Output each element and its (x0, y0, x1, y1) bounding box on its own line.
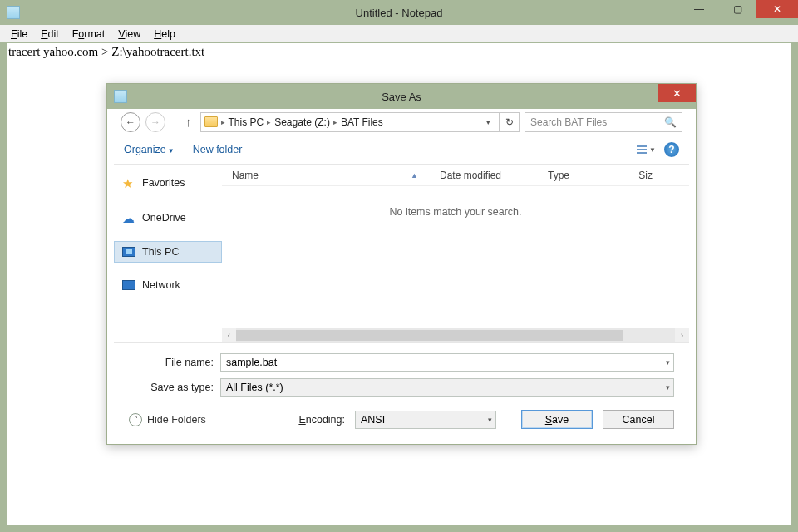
folder-icon (204, 116, 218, 127)
scroll-left-button[interactable]: ‹ (222, 328, 236, 342)
chevron-down-icon[interactable]: ▾ (488, 416, 492, 424)
menu-format[interactable]: Format (66, 27, 111, 41)
menubar: File Edit Format View Help (0, 25, 798, 42)
search-placeholder: Search BAT Files (530, 116, 607, 128)
notepad-window: Untitled - Notepad — ▢ ✕ File Edit Forma… (0, 0, 798, 532)
encoding-label: Encoding: (298, 414, 345, 426)
network-icon (122, 280, 135, 290)
col-name[interactable]: Name ▲ (222, 170, 430, 181)
horizontal-scrollbar[interactable]: ‹ › (222, 328, 689, 342)
filename-input[interactable]: sample.bat ▾ (220, 353, 674, 372)
chevron-down-icon[interactable]: ▾ (666, 358, 670, 367)
refresh-button[interactable]: ↻ (499, 112, 519, 132)
menu-help[interactable]: Help (148, 27, 181, 41)
back-button[interactable]: ← (121, 112, 140, 132)
scroll-thumb[interactable] (236, 330, 623, 341)
organize-button[interactable]: Organize▼ (124, 144, 175, 155)
filename-row: File name: sample.bat ▾ (114, 343, 689, 375)
sort-asc-icon: ▲ (411, 171, 418, 180)
breadcrumb-seg-drive[interactable]: Seagate (Z:) (274, 116, 330, 128)
maximize-button[interactable]: ▢ (718, 0, 756, 18)
col-type[interactable]: Type (538, 170, 621, 181)
close-button[interactable]: ✕ (756, 0, 798, 18)
nav-network[interactable]: Network (114, 274, 222, 296)
search-input[interactable]: Search BAT Files 🔍 (525, 112, 682, 132)
breadcrumb-seg-folder[interactable]: BAT Files (341, 116, 383, 128)
star-icon (122, 176, 135, 190)
filename-label: File name: (129, 357, 220, 368)
search-icon: 🔍 (664, 116, 677, 128)
new-folder-button[interactable]: New folder (193, 144, 243, 155)
file-area: Favorites OneDrive This PC (114, 164, 689, 343)
dialog-footer: ˄ Hide Folders Encoding: ANSI ▾ Save Can… (114, 400, 689, 437)
pc-icon (122, 247, 135, 257)
chevron-down-icon[interactable]: ▾ (666, 383, 670, 392)
notepad-titlebar[interactable]: Untitled - Notepad — ▢ ✕ (0, 0, 798, 25)
chevron-right-icon: ▸ (333, 118, 337, 126)
dialog-title: Save As (107, 91, 696, 103)
cancel-button[interactable]: Cancel (603, 410, 674, 429)
cloud-icon (122, 211, 135, 224)
dialog-body: ← → ↑ ▸ This PC ▸ Seagate (Z:) ▸ BAT Fil… (114, 109, 689, 437)
dialog-icon (114, 90, 127, 103)
chevron-right-icon: ▸ (267, 118, 271, 126)
encoding-select[interactable]: ANSI ▾ (355, 411, 496, 429)
chevron-up-icon: ˄ (129, 413, 142, 426)
nav-favorites[interactable]: Favorites (114, 171, 222, 195)
nav-row: ← → ↑ ▸ This PC ▸ Seagate (Z:) ▸ BAT Fil… (114, 109, 689, 135)
dialog-titlebar[interactable]: Save As ✕ (107, 84, 696, 109)
menu-edit[interactable]: Edit (35, 27, 65, 41)
forward-button[interactable]: → (145, 112, 165, 132)
hide-folders-button[interactable]: ˄ Hide Folders (129, 413, 206, 426)
menu-file[interactable]: File (5, 27, 33, 41)
col-size[interactable]: Siz (621, 170, 663, 181)
scroll-track[interactable] (236, 328, 675, 342)
help-button[interactable]: ? (664, 142, 679, 157)
chevron-right-icon: ▸ (221, 118, 225, 126)
save-button[interactable]: Save (521, 410, 593, 429)
view-options-button[interactable]: ▼ (637, 145, 656, 154)
document-text[interactable]: tracert yahoo.com > Z:\yahootracert.txt (7, 43, 791, 61)
menu-view[interactable]: View (112, 27, 146, 41)
breadcrumb-seg-this-pc[interactable]: This PC (229, 116, 264, 128)
nav-onedrive[interactable]: OneDrive (114, 206, 222, 229)
address-bar[interactable]: ▸ This PC ▸ Seagate (Z:) ▸ BAT Files ▾ ↻ (200, 112, 520, 132)
nav-this-pc[interactable]: This PC (114, 241, 222, 263)
empty-message: No items match your search. (222, 186, 689, 218)
scroll-right-button[interactable]: › (675, 328, 689, 342)
list-header: Name ▲ Date modified Type Siz (222, 165, 689, 186)
saveastype-label: Save as type: (129, 382, 220, 393)
nav-pane: Favorites OneDrive This PC (114, 165, 222, 342)
notepad-icon (7, 6, 20, 19)
notepad-title: Untitled - Notepad (0, 7, 798, 19)
dialog-close-button[interactable]: ✕ (658, 84, 696, 102)
address-dropdown[interactable]: ▾ (480, 118, 495, 126)
save-as-dialog: Save As ✕ ← → ↑ ▸ This PC ▸ Seagate (Z:)… (106, 83, 697, 445)
window-controls: — ▢ ✕ (680, 0, 798, 18)
col-date[interactable]: Date modified (430, 170, 538, 181)
toolbar: Organize▼ New folder ▼ ? (114, 135, 689, 164)
minimize-button[interactable]: — (680, 0, 718, 18)
saveastype-select[interactable]: All Files (*.*) ▾ (220, 378, 674, 397)
up-button[interactable]: ↑ (182, 113, 195, 131)
saveastype-row: Save as type: All Files (*.*) ▾ (114, 375, 689, 400)
list-pane: Name ▲ Date modified Type Siz No items m… (222, 165, 689, 342)
